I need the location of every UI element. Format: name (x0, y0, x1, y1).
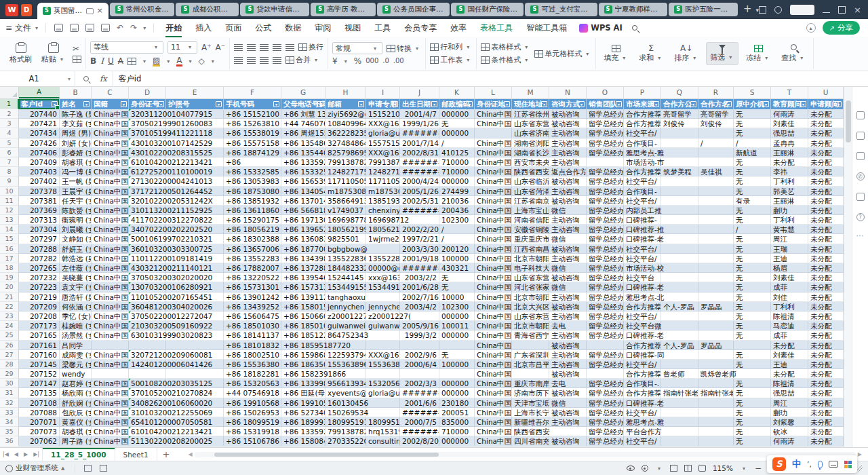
cell[interactable]: 彭睿婧 (女 (60, 148, 92, 157)
cell[interactable]: China中国 (92, 234, 129, 244)
bookmark-icon[interactable] (856, 193, 865, 201)
cell[interactable]: 上海市宝山 (512, 206, 549, 215)
cell[interactable]: +86 15538019 (224, 128, 281, 138)
cell[interactable]: 留学总经办 (587, 196, 624, 206)
cell[interactable]: 北京市朝阳 (512, 254, 549, 263)
locate-dropdown-icon[interactable]: ▾ (658, 466, 660, 472)
italic-button[interactable]: I (100, 57, 104, 65)
cell[interactable]: 未分配 (808, 128, 844, 138)
cell[interactable]: China中国 (475, 427, 512, 436)
cell[interactable]: 未分配 (771, 341, 808, 350)
cell[interactable]: 10000 (439, 292, 475, 302)
cell[interactable]: China中国 (475, 187, 512, 196)
cell[interactable]: 周子路 (女 (60, 436, 92, 446)
cell[interactable]: 360481200304020026 (129, 302, 166, 311)
close-window-icon[interactable]: × (854, 6, 861, 14)
cell[interactable]: 北京大兴区 (512, 302, 549, 311)
cell-name-box[interactable]: A1 (0, 74, 68, 83)
ime-toolbox-icon[interactable] (844, 461, 852, 468)
cell[interactable]: 无 (439, 273, 475, 282)
cell[interactable]: 成菲 (771, 282, 808, 292)
underline-button[interactable]: U (108, 57, 114, 65)
cell[interactable]: 吴佳祺 (698, 167, 734, 176)
cell[interactable] (661, 263, 698, 273)
cell[interactable]: +86 1565399710 (281, 176, 326, 186)
cell[interactable]: ######## (400, 388, 439, 398)
convert-button[interactable]: 转换▾ (387, 43, 421, 54)
column-header-J[interactable]: J (400, 87, 439, 98)
cell[interactable]: 135522836 (326, 254, 366, 263)
cell[interactable]: +86 18099519 (224, 417, 281, 427)
row-gutter[interactable]: 3 (0, 119, 19, 128)
cell[interactable]: 留学总经办 (587, 263, 624, 273)
cell[interactable]: China中国 (475, 263, 512, 273)
sum-button[interactable]: Σ 求和▾ (635, 42, 667, 65)
cell[interactable]: 主动咨询 (549, 157, 587, 167)
cell[interactable]: 陕西省西安 (512, 167, 549, 176)
magnifier-icon[interactable] (83, 76, 89, 81)
cell[interactable]: 留学总经办 (587, 302, 624, 311)
cell[interactable]: 被动咨询 (549, 119, 587, 128)
cell[interactable]: 2005/9/16 (400, 321, 439, 330)
print-icon[interactable] (85, 24, 94, 32)
cell[interactable]: China中国 (475, 234, 512, 244)
file-tab[interactable]: S英国留学生...× (37, 3, 108, 19)
file-menu-dropdown-icon[interactable]: ▾ (35, 25, 38, 31)
row-gutter[interactable]: 17 (0, 254, 19, 263)
cell[interactable]: xyevents@ (326, 388, 366, 398)
cell[interactable]: China中国 (92, 215, 129, 225)
clip-icon[interactable] (856, 152, 865, 160)
cell[interactable]: China中国 (92, 417, 129, 427)
cell[interactable]: 赵君婷 (女 (60, 379, 92, 388)
cell[interactable]: 207223 (19, 282, 60, 292)
cell[interactable]: 何雨涛 (771, 109, 808, 119)
row-gutter[interactable]: 9 (0, 176, 19, 186)
cell[interactable] (698, 254, 734, 263)
cell[interactable]: 合作项目- (624, 138, 661, 148)
cell[interactable]: 山东省菏泽 (512, 187, 549, 196)
cell[interactable]: 207313 (19, 215, 60, 225)
table-style-button[interactable]: 表格样式▾ (481, 42, 530, 52)
cell[interactable]: 207160 (19, 350, 60, 360)
cell[interactable]: 钦冰 (771, 427, 808, 436)
cell[interactable]: 汤景然 (女 (60, 330, 92, 340)
cell[interactable]: 358664913 (326, 196, 366, 206)
minimize-icon[interactable] (823, 12, 830, 13)
cell[interactable]: 合作方推荐 (624, 369, 661, 379)
find-button[interactable]: 查找▾ (778, 42, 809, 65)
cell[interactable]: 2001/6/28 (400, 282, 439, 292)
cell[interactable]: +86 1580841099 (281, 436, 326, 446)
wps-ai-icon[interactable] (579, 24, 588, 33)
wrap-text-button[interactable]: 换行 (298, 42, 323, 52)
cell[interactable]: China中国 (92, 302, 129, 311)
account-button[interactable] (790, 5, 814, 15)
header-cell[interactable]: 市场来源▾ (624, 99, 661, 109)
format-painter-button[interactable]: 格式刷 (7, 42, 35, 66)
cell[interactable]: 陈祖清 (771, 379, 808, 388)
cell[interactable]: 未分配 (808, 234, 844, 244)
cell[interactable]: 1997/2/21 (400, 234, 439, 244)
cell[interactable] (92, 341, 129, 350)
cell[interactable]: ######## (400, 128, 439, 138)
cell[interactable]: 留学总经办 (587, 417, 624, 427)
cell[interactable]: 社交平台/ (624, 311, 661, 321)
cell[interactable]: 王一帆 (男 (60, 176, 92, 186)
cell[interactable]: 207406 (19, 148, 60, 157)
cell[interactable]: 刘俊伶 (661, 119, 698, 128)
cell[interactable]: 舒妍玉 (女 (60, 244, 92, 254)
cell[interactable]: 吴晓蔓 (女 (60, 273, 92, 282)
cell[interactable]: +86 1372884680 (281, 263, 326, 273)
cell[interactable] (698, 176, 734, 186)
cell[interactable]: 610104200212213421 (129, 157, 166, 167)
cell[interactable]: 无 (734, 254, 771, 263)
cell[interactable] (661, 225, 698, 234)
cell[interactable]: 411702200312270822 (129, 215, 166, 225)
cell[interactable]: China中国 (475, 379, 512, 388)
cell[interactable]: 无 (734, 427, 771, 436)
cell[interactable]: 未分配 (808, 398, 844, 408)
cell[interactable] (661, 427, 698, 436)
cell[interactable]: 雅思考点-雅 (624, 417, 661, 427)
cell[interactable]: tanghaoxu (326, 292, 366, 302)
cell[interactable]: 230180 (439, 398, 475, 408)
cell[interactable]: 835000 (439, 417, 475, 427)
